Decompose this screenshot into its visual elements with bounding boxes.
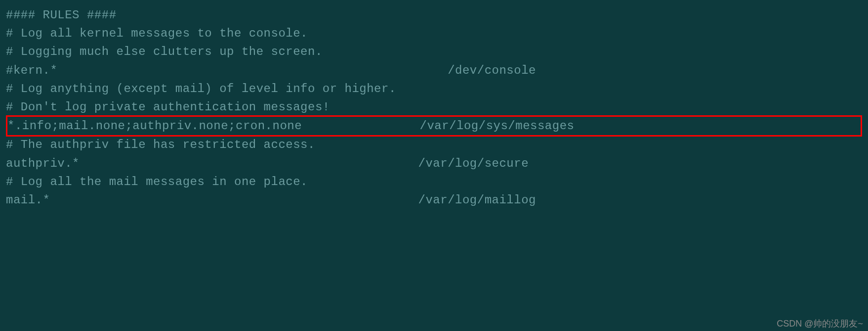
config-line: #### RULES ####	[6, 6, 862, 24]
config-line: # Log all kernel messages to the console…	[6, 24, 862, 43]
config-line: # The authpriv file has restricted acces…	[6, 136, 862, 154]
config-line-highlighted: *.info;mail.none;authpriv.none;cron.none…	[7, 117, 861, 135]
config-line: #kern.* /dev/console	[6, 61, 862, 80]
watermark-text: CSDN @帅的没朋友~	[777, 318, 863, 330]
config-file-content: #### RULES #### # Log all kernel message…	[6, 6, 862, 209]
config-line: # Log all the mail messages in one place…	[6, 173, 862, 191]
config-line: # Log anything (except mail) of level in…	[6, 80, 862, 98]
config-line: mail.* /var/log/maillog	[6, 191, 862, 209]
config-line: # Don't log private authentication messa…	[6, 98, 862, 116]
config-line: # Logging much else clutters up the scre…	[6, 43, 862, 61]
config-line: authpriv.* /var/log/secure	[6, 154, 862, 173]
highlighted-rule: *.info;mail.none;authpriv.none;cron.none…	[6, 115, 862, 137]
